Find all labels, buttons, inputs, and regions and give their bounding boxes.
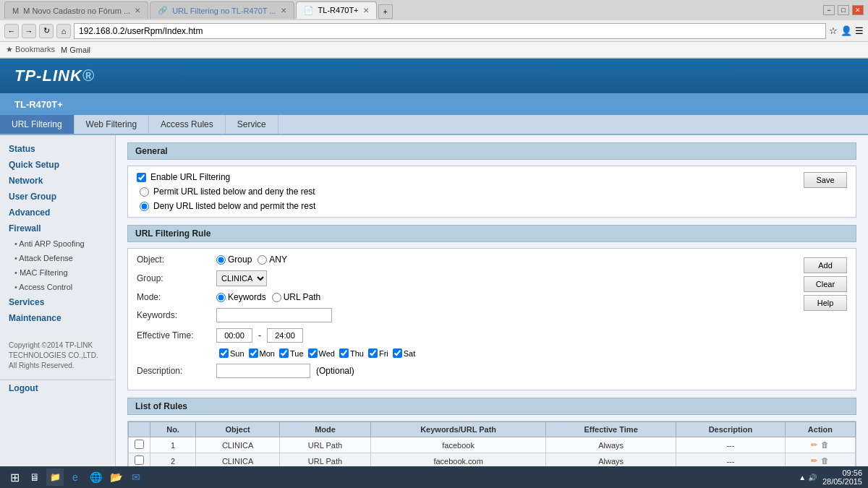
tab-web-filtering[interactable]: Web Filtering xyxy=(75,115,149,134)
list-section-header: List of Rules xyxy=(127,398,856,415)
enable-label: Enable URL Filtering xyxy=(150,172,230,182)
bookmarks-label: ★ Bookmarks xyxy=(6,45,55,54)
menu-icon[interactable]: ☰ xyxy=(855,25,864,36)
tl-device-icon: 📄 xyxy=(304,6,314,15)
sidebar-item-quick-setup[interactable]: Quick Setup xyxy=(0,157,115,173)
taskbar-ie[interactable]: e xyxy=(67,468,84,486)
delete-icon[interactable]: 🗑 xyxy=(821,440,829,449)
permit-row: Permit URL listed below and deny the res… xyxy=(140,187,804,197)
sidebar-item-logout[interactable]: Logout xyxy=(0,380,115,396)
cell-keywords: facebook xyxy=(370,437,545,453)
forward-button[interactable]: → xyxy=(22,24,36,38)
edit-icon[interactable]: ✏ xyxy=(811,440,817,449)
tab-gmail[interactable]: M M Novo Cadastro no Fórum ... ✕ xyxy=(4,1,148,19)
sidebar-item-services[interactable]: Services xyxy=(0,294,115,310)
permit-radio[interactable] xyxy=(140,187,149,197)
object-any-radio[interactable] xyxy=(258,255,267,265)
sidebar-item-user-group[interactable]: User Group xyxy=(0,189,115,205)
address-bar[interactable] xyxy=(74,23,826,39)
tab-access-rules[interactable]: Access Rules xyxy=(149,115,226,134)
sidebar-item-advanced[interactable]: Advanced xyxy=(0,205,115,221)
add-button[interactable]: Add xyxy=(804,257,847,273)
desktop-button[interactable]: 🖥 xyxy=(26,468,43,486)
cell-no: 1 xyxy=(150,437,196,453)
edit-icon[interactable]: ✏ xyxy=(811,456,817,465)
save-button[interactable]: Save xyxy=(804,172,847,188)
gmail-bookmark[interactable]: M Gmail xyxy=(61,46,90,54)
profile-icon[interactable]: 👤 xyxy=(841,25,852,36)
col-effective: Effective Time xyxy=(546,422,676,437)
mode-keywords-radio[interactable] xyxy=(216,293,226,302)
sidebar: Status Quick Setup Network User Group Ad… xyxy=(0,135,116,488)
url-filter-icon: 🔗 xyxy=(158,6,168,15)
tab-url-filtering[interactable]: URL Filtering xyxy=(0,115,75,134)
enable-url-filtering-checkbox[interactable] xyxy=(137,173,146,182)
tab-url-filter-label: URL Filtering no TL-R470T ... xyxy=(172,7,276,15)
taskbar: ⊞ 🖥 📁 e 🌐 📂 ✉ ▲ 🔊 09:56 28/05/2015 xyxy=(0,466,868,488)
optional-label: (Optional) xyxy=(316,366,354,376)
tab-url-filter[interactable]: 🔗 URL Filtering no TL-R470T ... ✕ xyxy=(150,1,294,19)
sidebar-item-network[interactable]: Network xyxy=(0,173,115,189)
deny-label: Deny URL listed below and permit the res… xyxy=(153,201,315,211)
row-checkbox[interactable] xyxy=(135,440,144,449)
taskbar-icons: ▲ 🔊 xyxy=(799,474,817,481)
row-checkbox[interactable] xyxy=(135,455,144,465)
tab-tl-device-close[interactable]: ✕ xyxy=(363,7,369,14)
gmail-icon: M xyxy=(12,7,19,15)
maximize-button[interactable]: □ xyxy=(838,5,849,15)
tab-gmail-label: M Novo Cadastro no Fórum ... xyxy=(23,7,130,15)
taskbar-email[interactable]: ✉ xyxy=(127,468,145,486)
sidebar-item-maintenance[interactable]: Maintenance xyxy=(0,310,115,326)
home-button[interactable]: ⌂ xyxy=(56,24,71,38)
cell-object: CLINICA xyxy=(196,437,280,453)
sidebar-item-status[interactable]: Status xyxy=(0,141,115,157)
time-separator: - xyxy=(258,330,261,341)
keywords-input[interactable] xyxy=(216,308,332,322)
taskbar-app1[interactable]: 📁 xyxy=(46,468,64,486)
object-group-radio[interactable] xyxy=(216,255,226,265)
mode-urlpath-radio[interactable] xyxy=(272,293,281,302)
day-thu: Thu xyxy=(339,348,364,358)
time-end-input[interactable] xyxy=(267,328,303,343)
sidebar-item-anti-arp[interactable]: Anti ARP Spoofing xyxy=(0,236,115,251)
permit-label: Permit URL listed below and deny the res… xyxy=(153,187,315,197)
taskbar-files[interactable]: 📂 xyxy=(107,468,124,486)
tab-service[interactable]: Service xyxy=(226,115,278,134)
group-select[interactable]: CLINICA xyxy=(216,270,267,286)
col-object: Object xyxy=(196,422,280,437)
day-mon: Mon xyxy=(249,348,275,358)
day-wed: Wed xyxy=(308,348,335,358)
sidebar-item-attack-defense[interactable]: Attack Defense xyxy=(0,251,115,265)
minimize-button[interactable]: − xyxy=(823,5,835,15)
col-action: Action xyxy=(785,422,855,437)
description-input[interactable] xyxy=(216,364,310,378)
mode-urlpath-label: URL Path xyxy=(272,292,321,302)
start-button[interactable]: ⊞ xyxy=(6,468,23,486)
close-button[interactable]: ✕ xyxy=(852,5,864,15)
sidebar-item-access-control[interactable]: Access Control xyxy=(0,280,115,294)
reload-button[interactable]: ↻ xyxy=(39,24,54,38)
enable-row: Enable URL Filtering xyxy=(137,172,804,182)
deny-row: Deny URL listed below and permit the res… xyxy=(140,201,804,211)
star-icon[interactable]: ☆ xyxy=(829,25,838,36)
tab-url-filter-close[interactable]: ✕ xyxy=(281,7,286,14)
new-tab-button[interactable]: + xyxy=(378,4,393,19)
delete-icon[interactable]: 🗑 xyxy=(821,456,829,465)
tab-gmail-close[interactable]: ✕ xyxy=(135,7,140,14)
sidebar-item-mac-filtering[interactable]: MAC Filtering xyxy=(0,265,115,280)
time-start-input[interactable] xyxy=(216,328,252,343)
tab-tl-device[interactable]: 📄 TL-R470T+ ✕ xyxy=(296,1,377,19)
back-button[interactable]: ← xyxy=(4,24,19,38)
keywords-label: Keywords: xyxy=(137,310,216,320)
help-button[interactable]: Help xyxy=(804,295,847,311)
clear-button[interactable]: Clear xyxy=(804,276,847,292)
deny-radio[interactable] xyxy=(140,202,149,211)
content-tab-bar: URL Filtering Web Filtering Access Rules… xyxy=(0,115,868,135)
taskbar-chrome[interactable]: 🌐 xyxy=(87,468,104,486)
col-keywords: Keywords/URL Path xyxy=(370,422,545,437)
day-fri: Fri xyxy=(368,348,388,358)
effective-time-label: Effective Time: xyxy=(137,330,216,341)
object-label: Object: xyxy=(137,254,216,265)
mode-label: Mode: xyxy=(137,292,216,302)
sidebar-item-firewall[interactable]: Firewall xyxy=(0,221,115,236)
